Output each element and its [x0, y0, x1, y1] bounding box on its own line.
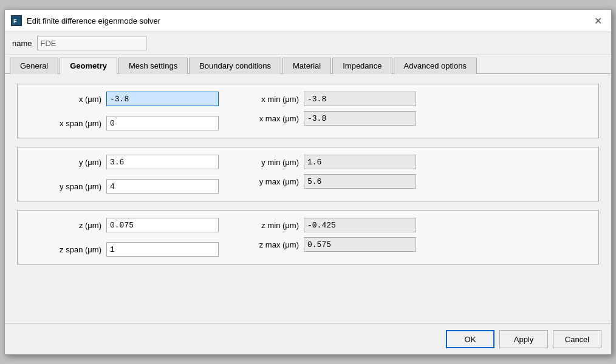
xmin-row: x min (μm)	[231, 92, 416, 106]
z-row: z (μm)	[27, 218, 219, 232]
y-two-col: y (μm) y span (μm) y min (μm) y max (μm)	[27, 155, 589, 194]
zspan-row: z span (μm)	[27, 242, 219, 257]
close-button[interactable]: ✕	[590, 13, 605, 28]
ymin-input[interactable]	[304, 155, 416, 169]
x-row: x (μm)	[27, 92, 219, 106]
svg-text:F: F	[13, 18, 17, 24]
ymin-row: y min (μm)	[231, 155, 416, 169]
xmin-input[interactable]	[304, 92, 416, 106]
xspan-row: x span (μm)	[27, 116, 219, 130]
xmax-row: x max (μm)	[231, 111, 416, 126]
title-bar: F Edit finite difference eigenmode solve…	[5, 10, 611, 32]
y-input[interactable]	[106, 155, 219, 169]
ymax-row: y max (μm)	[231, 174, 416, 189]
y-section: y (μm) y span (μm) y min (μm) y max (μm)	[17, 147, 599, 201]
apply-button[interactable]: Apply	[499, 330, 548, 348]
zmax-input[interactable]	[304, 237, 416, 252]
z-label: z (μm)	[27, 221, 106, 230]
tab-advanced[interactable]: Advanced options	[394, 58, 477, 74]
tab-material[interactable]: Material	[282, 58, 331, 74]
cancel-button[interactable]: Cancel	[553, 330, 601, 348]
content-area: x (μm) x span (μm) x min (μm) x max (μm)	[5, 74, 611, 323]
name-input[interactable]	[37, 36, 146, 50]
xmin-label: x min (μm)	[231, 95, 304, 104]
tab-general[interactable]: General	[10, 58, 58, 74]
y-row: y (μm)	[27, 155, 219, 169]
tab-impedance[interactable]: Impedance	[332, 58, 392, 74]
x-section: x (μm) x span (μm) x min (μm) x max (μm)	[17, 84, 599, 138]
x-left-col: x (μm) x span (μm)	[27, 92, 219, 130]
z-right-col: z min (μm) z max (μm)	[231, 218, 416, 252]
x-two-col: x (μm) x span (μm) x min (μm) x max (μm)	[27, 92, 589, 130]
tab-geometry[interactable]: Geometry	[60, 58, 117, 74]
yspan-input[interactable]	[106, 179, 219, 194]
z-left-col: z (μm) z span (μm)	[27, 218, 219, 257]
x-input[interactable]	[106, 92, 219, 106]
zspan-label: z span (μm)	[27, 245, 106, 254]
y-left-col: y (μm) y span (μm)	[27, 155, 219, 194]
zmin-label: z min (μm)	[231, 221, 304, 230]
yspan-row: y span (μm)	[27, 179, 219, 194]
ok-button[interactable]: OK	[446, 330, 495, 348]
z-input[interactable]	[106, 218, 219, 232]
dialog-title: Edit finite difference eigenmode solver	[27, 16, 160, 25]
zspan-input[interactable]	[106, 242, 219, 257]
ymax-label: y max (μm)	[231, 177, 304, 186]
ymax-input[interactable]	[304, 174, 416, 189]
z-section: z (μm) z span (μm) z min (μm) z max (μm)	[17, 210, 599, 265]
tab-mesh[interactable]: Mesh settings	[118, 58, 188, 74]
ymin-label: y min (μm)	[231, 158, 304, 167]
tab-boundary[interactable]: Boundary conditions	[189, 58, 281, 74]
y-label: y (μm)	[27, 158, 106, 167]
z-two-col: z (μm) z span (μm) z min (μm) z max (μm)	[27, 218, 589, 257]
app-icon: F	[11, 15, 22, 26]
title-bar-left: F Edit finite difference eigenmode solve…	[11, 15, 160, 26]
x-right-col: x min (μm) x max (μm)	[231, 92, 416, 126]
name-row: name	[5, 32, 611, 55]
xmax-input[interactable]	[304, 111, 416, 126]
xmax-label: x max (μm)	[231, 114, 304, 123]
zmax-row: z max (μm)	[231, 237, 416, 252]
zmin-row: z min (μm)	[231, 218, 416, 232]
y-right-col: y min (μm) y max (μm)	[231, 155, 416, 189]
zmax-label: z max (μm)	[231, 240, 304, 249]
footer: OK Apply Cancel	[5, 323, 611, 354]
name-label: name	[12, 39, 32, 48]
x-label: x (μm)	[27, 95, 106, 104]
tabs-bar: General Geometry Mesh settings Boundary …	[5, 55, 611, 74]
zmin-input[interactable]	[304, 218, 416, 232]
yspan-label: y span (μm)	[27, 182, 106, 191]
dialog: F Edit finite difference eigenmode solve…	[4, 9, 612, 355]
xspan-input[interactable]	[106, 116, 219, 130]
xspan-label: x span (μm)	[27, 119, 106, 128]
